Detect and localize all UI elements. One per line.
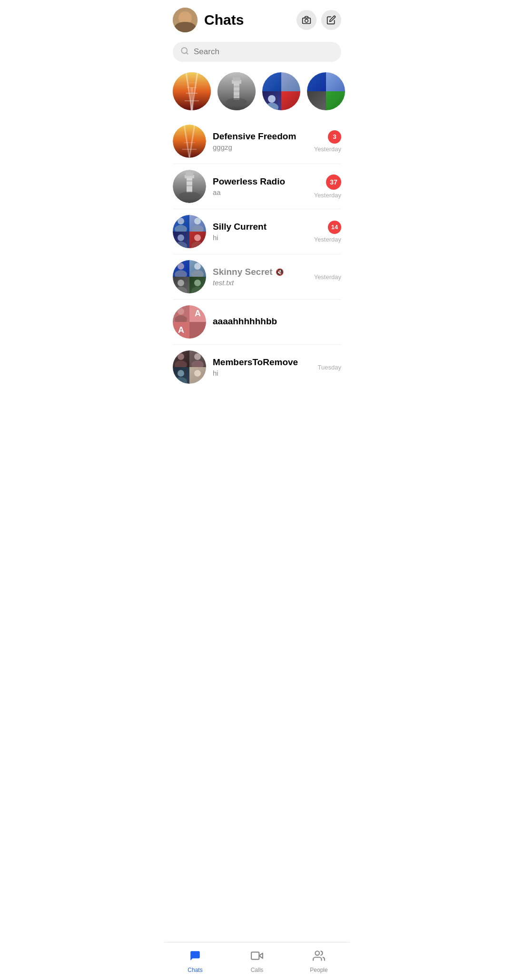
svg-rect-17 bbox=[234, 90, 239, 92]
chat-time: Yesterday bbox=[314, 192, 341, 199]
chat-info: Powerless Radio aa bbox=[213, 176, 309, 196]
chat-item[interactable]: Powerless Radio aa 37 Yesterday bbox=[164, 164, 350, 209]
header-actions bbox=[297, 10, 341, 30]
svg-point-19 bbox=[268, 95, 276, 103]
chat-name: MembersToRemove bbox=[213, 357, 313, 368]
user-avatar[interactable] bbox=[173, 8, 198, 32]
chat-item[interactable]: Skinny Secret 🔇 test.txt Yesterday bbox=[164, 254, 350, 299]
story-item[interactable] bbox=[173, 72, 211, 110]
chat-info: Skinny Secret 🔇 test.txt bbox=[213, 267, 309, 287]
chat-item[interactable]: MembersToRemove hi Tuesday bbox=[164, 345, 350, 389]
svg-point-51 bbox=[194, 280, 201, 286]
chat-meta: Tuesday bbox=[318, 364, 341, 371]
story-bg-svg bbox=[173, 72, 211, 110]
chat-avatar: A A bbox=[173, 305, 206, 339]
svg-point-20 bbox=[265, 103, 278, 110]
unread-badge: 37 bbox=[326, 175, 341, 190]
chat-avatar bbox=[173, 260, 206, 293]
svg-point-62 bbox=[191, 377, 204, 384]
chat-preview: gggzg bbox=[213, 143, 309, 151]
svg-rect-36 bbox=[187, 185, 192, 186]
story-lighthouse-svg bbox=[217, 72, 256, 110]
chat-time: Tuesday bbox=[318, 364, 341, 371]
svg-point-58 bbox=[191, 360, 204, 367]
camera-icon bbox=[302, 15, 311, 25]
camera-button[interactable] bbox=[297, 10, 316, 30]
compose-icon bbox=[326, 15, 336, 25]
chat-meta: 37 Yesterday bbox=[314, 175, 341, 199]
mute-icon: 🔇 bbox=[276, 268, 284, 276]
search-input[interactable] bbox=[194, 47, 334, 57]
chat-meta: Yesterday bbox=[314, 273, 341, 281]
svg-point-49 bbox=[178, 280, 184, 286]
svg-point-45 bbox=[178, 263, 184, 270]
svg-point-39 bbox=[194, 218, 201, 224]
svg-point-38 bbox=[175, 225, 187, 232]
chat-info: Defensive Freedom gggzg bbox=[213, 131, 309, 151]
svg-point-52 bbox=[191, 287, 204, 293]
svg-point-46 bbox=[175, 270, 187, 277]
story-item[interactable] bbox=[307, 72, 345, 110]
chat-preview: aa bbox=[213, 188, 309, 196]
chat-item[interactable]: Defensive Freedom gggzg 3 Yesterday bbox=[164, 119, 350, 164]
header: Chats bbox=[164, 0, 350, 37]
chat-name: Silly Current bbox=[213, 222, 309, 232]
svg-point-40 bbox=[191, 225, 204, 232]
svg-line-3 bbox=[186, 52, 188, 54]
unread-badge: 3 bbox=[328, 130, 341, 144]
page-title: Chats bbox=[204, 12, 297, 28]
chat-name: Skinny Secret 🔇 bbox=[213, 267, 309, 277]
chat-time: Yesterday bbox=[314, 146, 341, 153]
bottom-spacer bbox=[164, 389, 350, 432]
svg-point-44 bbox=[191, 242, 204, 248]
search-bar bbox=[173, 42, 341, 62]
chat-info: aaaahhhhhhbb bbox=[213, 316, 336, 328]
chat-avatar bbox=[173, 125, 206, 158]
svg-point-41 bbox=[178, 234, 184, 241]
chat-name: Defensive Freedom bbox=[213, 131, 309, 142]
chat-meta: 14 Yesterday bbox=[314, 221, 341, 243]
compose-button[interactable] bbox=[321, 10, 341, 30]
stories-row: A A bbox=[164, 69, 350, 119]
svg-point-48 bbox=[191, 270, 204, 277]
svg-point-55 bbox=[178, 353, 184, 360]
svg-point-54 bbox=[175, 315, 187, 322]
chat-time: Yesterday bbox=[314, 236, 341, 243]
chat-avatar bbox=[173, 215, 206, 248]
chat-preview: test.txt bbox=[213, 279, 309, 287]
chat-avatar bbox=[173, 350, 206, 384]
chat-name: aaaahhhhhhbb bbox=[213, 316, 336, 327]
chat-preview: hi bbox=[213, 233, 309, 242]
chat-info: MembersToRemove hi bbox=[213, 357, 313, 377]
svg-point-34 bbox=[179, 192, 200, 199]
story-item[interactable] bbox=[262, 72, 300, 110]
svg-point-43 bbox=[194, 234, 201, 241]
svg-point-15 bbox=[226, 98, 247, 106]
chat-preview: hi bbox=[213, 369, 313, 377]
svg-point-59 bbox=[178, 370, 184, 377]
chat-meta: 3 Yesterday bbox=[314, 130, 341, 153]
svg-rect-31 bbox=[187, 176, 192, 193]
svg-point-37 bbox=[178, 218, 184, 224]
search-icon bbox=[180, 47, 189, 57]
svg-point-56 bbox=[175, 360, 187, 367]
svg-point-50 bbox=[175, 287, 187, 293]
svg-point-47 bbox=[194, 263, 201, 270]
svg-rect-4 bbox=[173, 72, 211, 110]
chat-info: Silly Current hi bbox=[213, 222, 309, 242]
story-item[interactable] bbox=[217, 72, 256, 110]
svg-point-1 bbox=[305, 19, 308, 22]
svg-rect-16 bbox=[234, 86, 239, 87]
chat-list: Defensive Freedom gggzg 3 Yesterday bbox=[164, 119, 350, 389]
chat-item[interactable]: Silly Current hi 14 Yesterday bbox=[164, 209, 350, 254]
svg-point-61 bbox=[194, 370, 201, 377]
svg-point-42 bbox=[175, 242, 187, 248]
chat-time: Yesterday bbox=[314, 273, 341, 281]
svg-rect-14 bbox=[233, 77, 240, 81]
svg-rect-35 bbox=[187, 180, 192, 182]
svg-point-24 bbox=[173, 125, 206, 158]
unread-badge: 14 bbox=[328, 221, 341, 234]
svg-point-57 bbox=[194, 353, 201, 360]
chat-item[interactable]: A A aaaahhhhhhbb bbox=[164, 300, 350, 344]
svg-point-60 bbox=[175, 377, 187, 384]
